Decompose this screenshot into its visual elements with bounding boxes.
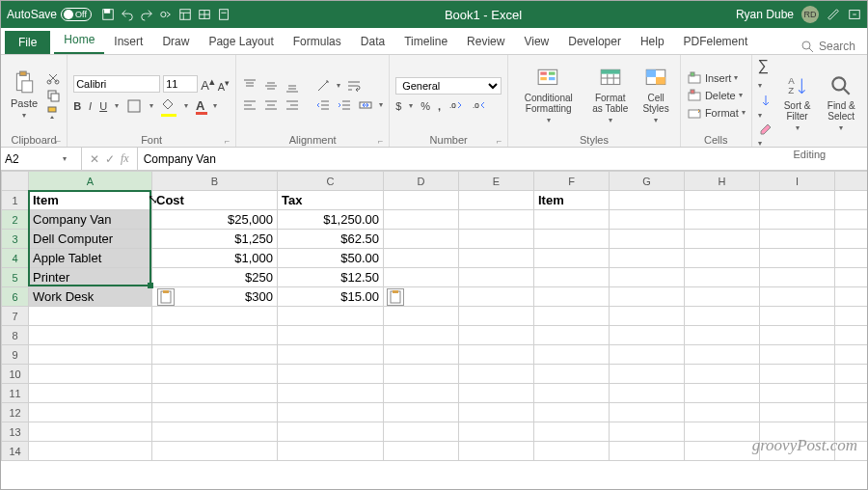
cell-G7[interactable]	[610, 307, 685, 326]
undo-icon[interactable]	[121, 8, 134, 21]
cell-C6[interactable]: $15.00	[278, 287, 384, 307]
cell-G14[interactable]	[610, 442, 685, 461]
copy-icon[interactable]	[45, 88, 61, 103]
cell-G11[interactable]	[610, 384, 685, 403]
paste-options-icon[interactable]	[387, 288, 404, 306]
cancel-icon[interactable]: ✕	[90, 152, 99, 166]
cell-D9[interactable]	[384, 345, 459, 365]
cell-C5[interactable]: $12.50	[278, 268, 384, 287]
cell-B5[interactable]: $250	[152, 268, 278, 287]
tab-data[interactable]: Data	[351, 31, 394, 54]
enter-icon[interactable]: ✓	[105, 152, 115, 166]
cell-A4[interactable]: Apple Tablet	[29, 249, 152, 268]
row-header-14[interactable]: 14	[2, 442, 29, 461]
cell-G1[interactable]	[610, 191, 685, 210]
cell-D7[interactable]	[384, 307, 459, 326]
cell-F6[interactable]	[534, 287, 610, 307]
cell-H5[interactable]	[685, 268, 760, 287]
sort-filter-button[interactable]: AZ Sort & Filter▾	[779, 71, 816, 134]
row-header-9[interactable]: 9	[2, 345, 29, 365]
cell-F12[interactable]	[534, 403, 610, 422]
format-button[interactable]: Format ▾	[687, 105, 746, 121]
tab-pagelayout[interactable]: Page Layout	[199, 31, 283, 54]
row-header-12[interactable]: 12	[2, 403, 29, 422]
paste-button[interactable]: Paste ▾	[7, 68, 41, 122]
tab-pdfelement[interactable]: PDFelement	[674, 31, 758, 54]
cell-C10[interactable]	[278, 365, 384, 384]
search-box[interactable]: Search	[792, 39, 863, 54]
cell-A11[interactable]	[29, 384, 152, 403]
cell-J6[interactable]	[835, 287, 869, 307]
font-color-icon[interactable]: A	[196, 98, 204, 113]
cell-I9[interactable]	[760, 345, 835, 365]
row-header-2[interactable]: 2	[2, 210, 29, 230]
cell-D11[interactable]	[384, 384, 459, 403]
user-avatar[interactable]: RD	[801, 6, 819, 23]
cell-D1[interactable]	[384, 191, 459, 210]
cell-I10[interactable]	[760, 365, 835, 384]
cell-J8[interactable]	[835, 326, 869, 345]
row-header-13[interactable]: 13	[2, 422, 29, 442]
cell-E12[interactable]	[459, 403, 534, 422]
cell-J4[interactable]	[835, 249, 869, 268]
cell-J10[interactable]	[835, 365, 869, 384]
cell-E8[interactable]	[459, 326, 534, 345]
decrease-font-icon[interactable]: A▾	[218, 77, 230, 93]
cell-H13[interactable]	[685, 422, 760, 442]
cell-C11[interactable]	[278, 384, 384, 403]
cell-C3[interactable]: $62.50	[278, 230, 384, 249]
cell-G13[interactable]	[610, 422, 685, 442]
select-all[interactable]	[2, 172, 29, 191]
cell-G8[interactable]	[610, 326, 685, 345]
cell-E3[interactable]	[459, 230, 534, 249]
cell-G9[interactable]	[610, 345, 685, 365]
increase-font-icon[interactable]: A▴	[201, 75, 215, 93]
merge-icon[interactable]	[358, 97, 373, 113]
cell-E2[interactable]	[459, 210, 534, 230]
cell-D14[interactable]	[384, 442, 459, 461]
col-header-A[interactable]: A	[29, 172, 152, 191]
cell-J11[interactable]	[835, 384, 869, 403]
orientation-icon[interactable]	[315, 78, 331, 94]
cell-G5[interactable]	[610, 268, 685, 287]
cell-B3[interactable]: $1,250	[152, 230, 278, 249]
cell-A2[interactable]: Company Van	[29, 210, 152, 230]
draw-mode-icon[interactable]	[827, 8, 840, 21]
cell-D2[interactable]	[384, 210, 459, 230]
cell-B11[interactable]	[152, 384, 278, 403]
cell-H10[interactable]	[685, 365, 760, 384]
cell-C8[interactable]	[278, 326, 384, 345]
underline-button[interactable]: U	[99, 100, 107, 112]
tab-help[interactable]: Help	[631, 31, 674, 54]
cell-H3[interactable]	[685, 230, 760, 249]
align-bottom-icon[interactable]	[285, 78, 300, 94]
cell-J1[interactable]	[835, 191, 869, 210]
tab-timeline[interactable]: Timeline	[394, 31, 457, 54]
italic-button[interactable]: I	[89, 100, 92, 112]
cell-F7[interactable]	[534, 307, 610, 326]
cell-H11[interactable]	[685, 384, 760, 403]
cell-B9[interactable]	[152, 345, 278, 365]
cell-G10[interactable]	[610, 365, 685, 384]
comma-icon[interactable]: ,	[438, 100, 441, 112]
cell-F14[interactable]	[534, 442, 610, 461]
cell-I3[interactable]	[760, 230, 835, 249]
align-center-icon[interactable]	[263, 97, 279, 113]
fx-icon[interactable]: fx	[121, 151, 129, 166]
form-icon[interactable]	[178, 8, 192, 21]
row-header-4[interactable]: 4	[2, 249, 29, 268]
cell-E13[interactable]	[459, 422, 534, 442]
cell-H7[interactable]	[685, 307, 760, 326]
touch-icon[interactable]	[159, 8, 173, 21]
cell-F5[interactable]	[534, 268, 610, 287]
col-header-D[interactable]: D	[384, 172, 459, 191]
cell-A13[interactable]	[29, 422, 152, 442]
cell-H1[interactable]	[685, 191, 760, 210]
cell-E5[interactable]	[459, 268, 534, 287]
cell-I6[interactable]	[760, 287, 835, 307]
decrease-indent-icon[interactable]	[315, 97, 331, 113]
cell-E9[interactable]	[459, 345, 534, 365]
find-select-button[interactable]: Find & Select▾	[821, 71, 861, 134]
cell-J3[interactable]	[835, 230, 869, 249]
cell-D13[interactable]	[384, 422, 459, 442]
